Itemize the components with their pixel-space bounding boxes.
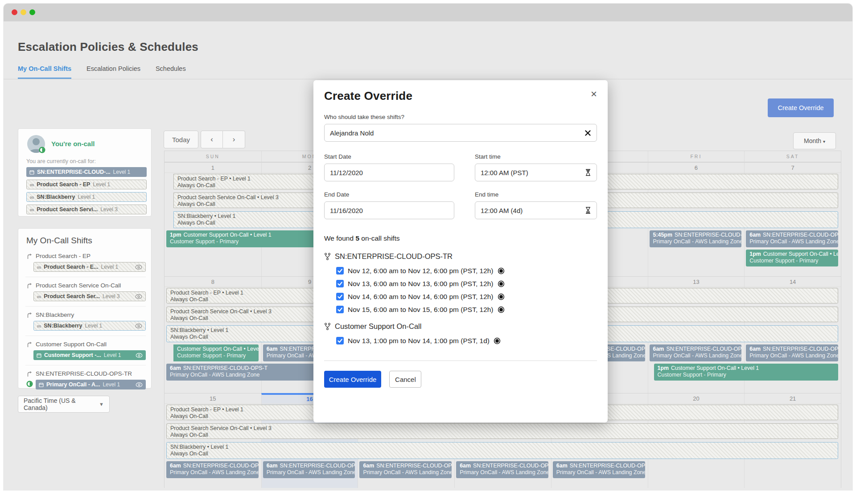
schedule-badge-primary-oncall-a[interactable]: Primary OnCall - A...Level 1 bbox=[36, 380, 146, 389]
window-zoom-button[interactable] bbox=[29, 9, 35, 15]
escalation-arrow-icon bbox=[26, 312, 32, 318]
event-subtitle: Primary OnCall - AWS Landing Zone bbox=[556, 469, 642, 476]
timezone-value: Pacific Time (US & Canada) bbox=[24, 397, 95, 411]
end-date-field[interactable] bbox=[324, 201, 454, 219]
eye-icon[interactable] bbox=[136, 353, 143, 358]
hourglass-start-icon bbox=[585, 169, 591, 176]
calendar-event-5-45pm-sn-enterprise-cloud-ops-tr[interactable]: 5:45pmSN:ENTERPRISE-CLOUD-OPS-TRPrimary … bbox=[650, 230, 742, 247]
shift-item-sn-enterprise-cloud-ops-tr: SN:ENTERPRISE-CLOUD-OPS-TRPrimary OnCall… bbox=[26, 370, 146, 389]
oncall-card-title: You're on-call bbox=[51, 140, 95, 148]
date-time-fields: Start Date Start time End Date End t bbox=[324, 153, 597, 219]
calendar-event-1pm-customer-support-on-call-level-1[interactable]: 1pmCustomer Support On-Call • Level 1Cus… bbox=[746, 250, 838, 266]
eye-icon[interactable] bbox=[135, 294, 142, 299]
eye-icon[interactable] bbox=[136, 382, 143, 387]
day-number: 13 bbox=[648, 277, 745, 287]
timezone-select[interactable]: Pacific Time (US & Canada) ▼ bbox=[18, 396, 110, 413]
shift-label: Nov 13, 6:00 am to Nov 13, 6:00 pm (PST,… bbox=[348, 280, 494, 288]
schedule-badge-product-search-ep[interactable]: ∞Product Search - EPLevel 1 bbox=[26, 180, 147, 189]
end-date-input[interactable] bbox=[330, 207, 449, 214]
event-time: 6am bbox=[653, 346, 664, 352]
next-button[interactable]: › bbox=[223, 131, 245, 148]
badge-label: Primary OnCall - A... bbox=[46, 381, 100, 388]
event-title: SN:ENTERPRISE-CLOUD-OPS-T bbox=[570, 463, 645, 469]
modal-create-override-button[interactable]: Create Override bbox=[324, 371, 381, 388]
start-date-field[interactable] bbox=[324, 164, 454, 181]
schedule-badge-product-search-servi[interactable]: ∞Product Search Servi...Level 3 bbox=[26, 205, 147, 214]
create-override-button[interactable]: Create Override bbox=[768, 98, 834, 117]
assignee-input[interactable] bbox=[330, 129, 584, 137]
day-header-sat: SAT bbox=[744, 151, 841, 162]
end-time-field[interactable] bbox=[475, 201, 597, 219]
calendar-event-6am-sn-enterprise-cloud-ops-tr[interactable]: 6amSN:ENTERPRISE-CLOUD-OPS-TRPrimary OnC… bbox=[746, 230, 838, 247]
schedule-badge-product-search-ser[interactable]: ∞Product Search Ser...Level 3 bbox=[33, 291, 146, 301]
on-call-indicator-icon bbox=[39, 147, 45, 155]
oncall-card-subtitle: You are currently on-call for: bbox=[26, 158, 96, 164]
assignee-field[interactable] bbox=[324, 124, 597, 142]
schedule-badge-customer-support[interactable]: Customer Support -...Level 1 bbox=[33, 350, 146, 360]
badge-label: Customer Support -... bbox=[44, 352, 101, 358]
schedule-badge-sn-enterprise-cloud[interactable]: SN:ENTERPRISE-CLOUD-...Level 1 bbox=[26, 167, 147, 177]
tab-escalation-policies[interactable]: Escalation Policies bbox=[86, 65, 140, 79]
shift-checkbox[interactable] bbox=[336, 306, 344, 313]
event-subtitle: Primary OnCall - AWS Landing Zone bbox=[749, 238, 835, 245]
schedule-badge-sn-blackberry[interactable]: ∞SN:BlackberryLevel 1 bbox=[33, 321, 146, 331]
eye-icon[interactable] bbox=[135, 324, 142, 328]
shift-checkbox[interactable] bbox=[336, 337, 344, 344]
check-icon bbox=[337, 338, 343, 344]
tab-schedules[interactable]: Schedules bbox=[156, 65, 186, 79]
calendar-event-6am-sn-enterprise-cloud-ops-t[interactable]: 6amSN:ENTERPRISE-CLOUD-OPS-TPrimary OnCa… bbox=[650, 344, 742, 361]
calendar-toolbar: Today ‹ › bbox=[164, 131, 245, 148]
calendar-event-6am-sn-enterprise-cloud-ops-t[interactable]: 6amSN:ENTERPRISE-CLOUD-OPS-TPrimary OnCa… bbox=[359, 461, 452, 478]
shift-checkbox[interactable] bbox=[336, 267, 344, 275]
clear-icon[interactable] bbox=[584, 130, 591, 136]
calendar-event-6am-sn-enterprise-cloud-ops-t[interactable]: 6amSN:ENTERPRISE-CLOUD-OPS-TPrimary OnCa… bbox=[456, 461, 548, 478]
start-date-input[interactable] bbox=[330, 169, 449, 176]
badge-label: SN:Blackberry bbox=[37, 194, 75, 200]
event-title: Customer Support On-Call • Level 1 bbox=[763, 251, 838, 257]
calendar-event-product-search-service-on-call-level-3[interactable]: Product Search Service On-Call • Level 3… bbox=[166, 423, 838, 439]
calendar-event-6am-sn-enterprise-cloud-ops-t[interactable]: 6amSN:ENTERPRISE-CLOUD-OPS-TPrimary OnCa… bbox=[263, 461, 355, 478]
event-title: Product Search - EP • Level 1 bbox=[177, 176, 251, 182]
calendar-event-sn-blackberry-level-1[interactable]: SN:Blackberry • Level 1Always On-Call bbox=[166, 442, 838, 459]
start-time-input[interactable] bbox=[481, 169, 585, 176]
shift-checkbox[interactable] bbox=[336, 280, 344, 287]
calendar-event-6am-sn-enterprise-cloud-ops-t[interactable]: 6amSN:ENTERPRISE-CLOUD-OPS-TPrimary OnCa… bbox=[553, 461, 645, 478]
calendar-event-1pm-customer-support-on-call-level-1[interactable]: 1pmCustomer Support On-Call • Level 1Cus… bbox=[654, 364, 838, 381]
shift-checkbox[interactable] bbox=[336, 293, 344, 300]
event-time: 6am bbox=[170, 463, 181, 469]
infinity-icon: ∞ bbox=[30, 207, 34, 213]
badge-level: Level 3 bbox=[103, 293, 120, 299]
close-icon[interactable]: × bbox=[591, 89, 597, 99]
start-time-field[interactable] bbox=[475, 164, 597, 181]
end-time-input[interactable] bbox=[481, 207, 585, 214]
window-close-button[interactable] bbox=[12, 9, 17, 15]
calendar-event-customer-support-on-call-level-1[interactable]: Customer Support On-Call • Level 1Custom… bbox=[173, 344, 259, 361]
tab-my-on-call-shifts[interactable]: My On-Call Shifts bbox=[18, 65, 71, 79]
schedule-badge-sn-blackberry[interactable]: ∞SN:BlackberryLevel 1 bbox=[26, 192, 147, 202]
calendar-event-6am-sn-enterprise-cloud-ops-t[interactable]: 6amSN:ENTERPRISE-CLOUD-OPS-TPrimary OnCa… bbox=[746, 344, 838, 361]
window-minimize-button[interactable] bbox=[21, 9, 26, 15]
eye-icon[interactable] bbox=[135, 265, 142, 270]
badge-level: Level 1 bbox=[113, 169, 131, 175]
badge-label: Product Search Servi... bbox=[37, 206, 98, 213]
shifts-card-title: My On-Call Shifts bbox=[26, 236, 146, 246]
prev-button[interactable]: ‹ bbox=[201, 131, 223, 148]
view-select-month[interactable]: Month▾ bbox=[793, 132, 836, 149]
badge-level: Level 3 bbox=[100, 206, 118, 213]
calendar-icon bbox=[39, 382, 44, 387]
escalation-arrow-icon bbox=[26, 371, 32, 377]
day-number: 8 bbox=[165, 277, 261, 287]
today-button[interactable]: Today bbox=[164, 131, 198, 148]
event-title: SN:ENTERPRISE-CLOUD-OPS-T bbox=[183, 463, 259, 469]
shift-group-customer-support-on-call: Customer Support On-Call bbox=[324, 322, 597, 331]
event-time: 1pm bbox=[170, 232, 181, 238]
start-time-label: Start time bbox=[475, 153, 597, 160]
event-title: SN:ENTERPRISE-CLOUD-OPS-T bbox=[280, 463, 355, 469]
shift-label: Nov 13, 1:00 pm to Nov 14, 1:00 pm (PST,… bbox=[348, 337, 490, 345]
calendar-event-6am-sn-enterprise-cloud-ops-t[interactable]: 6amSN:ENTERPRISE-CLOUD-OPS-TPrimary OnCa… bbox=[166, 461, 259, 478]
event-subtitle: Primary OnCall - AWS Landing Zone bbox=[749, 352, 835, 359]
schedule-badge-product-search-e[interactable]: ∞Product Search - E...Level 1 bbox=[33, 262, 146, 272]
modal-cancel-button[interactable]: Cancel bbox=[389, 371, 421, 388]
shift-item-name: SN:ENTERPRISE-CLOUD-OPS-TR bbox=[36, 370, 132, 377]
event-time: 6am bbox=[267, 463, 278, 469]
